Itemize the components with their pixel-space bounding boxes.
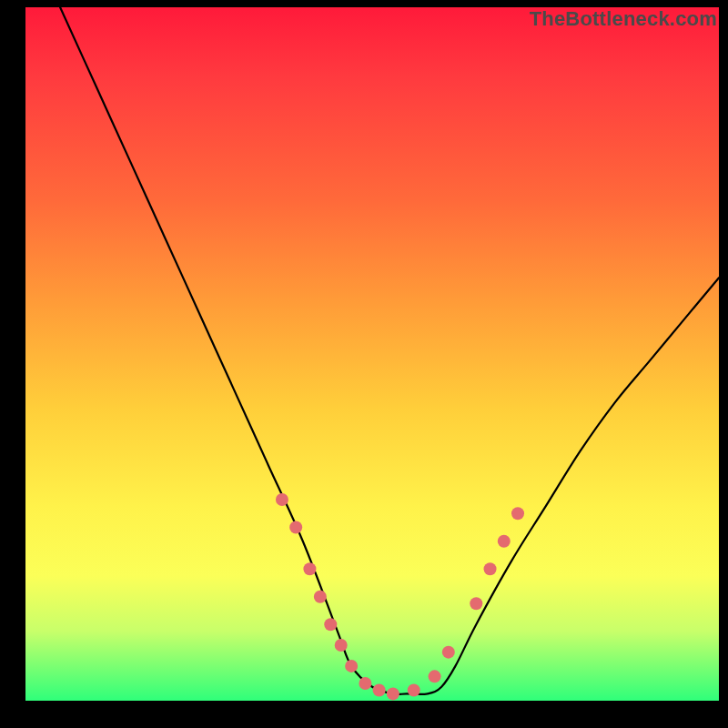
curve-marker bbox=[324, 618, 337, 631]
curve-marker bbox=[303, 562, 316, 575]
curve-marker bbox=[429, 670, 441, 682]
curve-marker bbox=[373, 684, 386, 697]
curve-marker bbox=[314, 591, 327, 603]
chart-svg bbox=[25, 7, 719, 701]
curve-marker bbox=[442, 646, 455, 659]
curve-marker bbox=[345, 660, 358, 672]
curve-marker bbox=[289, 521, 302, 534]
curve-line bbox=[60, 7, 719, 694]
plot-area bbox=[25, 7, 719, 701]
curve-marker bbox=[335, 639, 348, 652]
curve-marker bbox=[276, 493, 288, 506]
curve-marker bbox=[484, 562, 497, 575]
curve-marker bbox=[470, 597, 482, 610]
curve-markers bbox=[276, 493, 524, 700]
chart-frame: TheBottleneck.com bbox=[0, 0, 728, 728]
curve-marker bbox=[511, 507, 524, 520]
curve-marker bbox=[387, 687, 399, 700]
curve-marker bbox=[408, 684, 420, 697]
curve-marker bbox=[498, 535, 511, 548]
watermark-label: TheBottleneck.com bbox=[530, 7, 717, 31]
curve-marker bbox=[359, 677, 371, 690]
